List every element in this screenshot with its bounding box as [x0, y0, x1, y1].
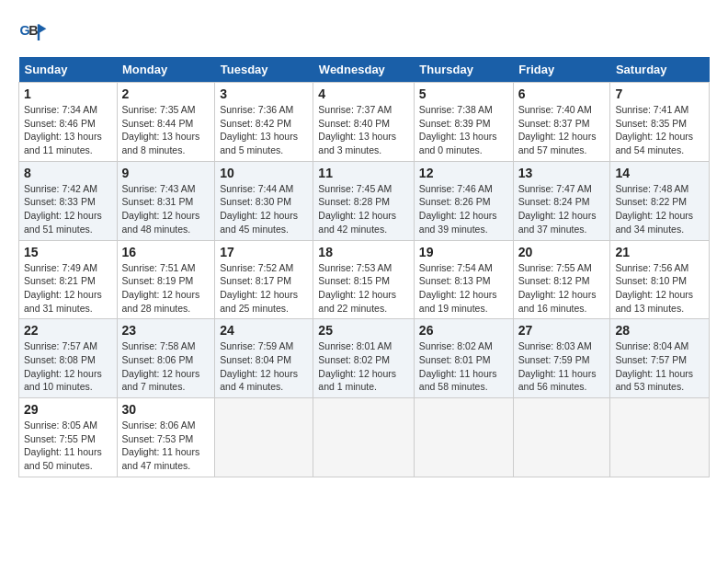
day-info: Sunrise: 7:59 AM Sunset: 8:04 PM Dayligh…	[220, 339, 308, 394]
calendar-cell	[513, 398, 610, 477]
logo: G B	[18, 18, 51, 48]
calendar-cell: 21 Sunrise: 7:56 AM Sunset: 8:10 PM Dayl…	[610, 240, 710, 319]
calendar-cell	[313, 398, 415, 477]
day-info: Sunrise: 7:40 AM Sunset: 8:37 PM Dayligh…	[518, 103, 606, 157]
calendar-cell: 9 Sunrise: 7:43 AM Sunset: 8:31 PM Dayli…	[117, 161, 215, 240]
day-info: Sunrise: 8:04 AM Sunset: 7:57 PM Dayligh…	[615, 339, 704, 394]
calendar-cell	[610, 398, 710, 477]
day-info: Sunrise: 7:51 AM Sunset: 8:19 PM Dayligh…	[122, 261, 210, 316]
day-number: 20	[518, 245, 606, 259]
day-info: Sunrise: 7:36 AM Sunset: 8:42 PM Dayligh…	[220, 103, 308, 157]
day-info: Sunrise: 7:55 AM Sunset: 8:12 PM Dayligh…	[518, 261, 606, 316]
calendar-cell: 2 Sunrise: 7:35 AM Sunset: 8:44 PM Dayli…	[117, 83, 215, 162]
day-number: 2	[122, 86, 210, 101]
day-info: Sunrise: 7:42 AM Sunset: 8:33 PM Dayligh…	[24, 182, 112, 236]
day-info: Sunrise: 7:38 AM Sunset: 8:39 PM Dayligh…	[419, 103, 508, 157]
day-number: 9	[122, 166, 210, 180]
day-number: 24	[220, 323, 308, 338]
calendar-cell: 14 Sunrise: 7:48 AM Sunset: 8:22 PM Dayl…	[610, 161, 710, 240]
day-number: 8	[24, 166, 112, 180]
svg-rect-3	[38, 24, 40, 40]
calendar-cell: 22 Sunrise: 7:57 AM Sunset: 8:08 PM Dayl…	[19, 319, 118, 398]
calendar-cell	[215, 398, 313, 477]
day-info: Sunrise: 7:41 AM Sunset: 8:35 PM Dayligh…	[615, 103, 704, 157]
calendar-cell: 10 Sunrise: 7:44 AM Sunset: 8:30 PM Dayl…	[215, 161, 313, 240]
week-row-5: 29 Sunrise: 8:05 AM Sunset: 7:55 PM Dayl…	[19, 398, 710, 477]
header-row: SundayMondayTuesdayWednesdayThursdayFrid…	[19, 57, 710, 83]
calendar-cell: 30 Sunrise: 8:06 AM Sunset: 7:53 PM Dayl…	[117, 398, 215, 477]
day-info: Sunrise: 7:53 AM Sunset: 8:15 PM Dayligh…	[318, 261, 409, 316]
calendar-cell: 11 Sunrise: 7:45 AM Sunset: 8:28 PM Dayl…	[313, 161, 415, 240]
header-tuesday: Tuesday	[215, 57, 313, 83]
day-info: Sunrise: 8:01 AM Sunset: 8:02 PM Dayligh…	[318, 339, 409, 394]
day-info: Sunrise: 8:02 AM Sunset: 8:01 PM Dayligh…	[419, 339, 508, 394]
calendar-cell: 17 Sunrise: 7:52 AM Sunset: 8:17 PM Dayl…	[215, 240, 313, 319]
logo-icon: G B	[18, 18, 48, 48]
day-number: 11	[318, 166, 409, 180]
calendar-cell: 1 Sunrise: 7:34 AM Sunset: 8:46 PM Dayli…	[19, 83, 118, 162]
calendar-cell: 19 Sunrise: 7:54 AM Sunset: 8:13 PM Dayl…	[414, 240, 513, 319]
calendar-cell: 3 Sunrise: 7:36 AM Sunset: 8:42 PM Dayli…	[215, 83, 313, 162]
day-info: Sunrise: 7:58 AM Sunset: 8:06 PM Dayligh…	[122, 339, 210, 394]
header-wednesday: Wednesday	[313, 57, 415, 83]
svg-text:B: B	[28, 23, 38, 38]
day-number: 13	[518, 166, 606, 180]
day-number: 5	[419, 86, 508, 101]
day-info: Sunrise: 7:35 AM Sunset: 8:44 PM Dayligh…	[122, 103, 210, 157]
day-info: Sunrise: 7:57 AM Sunset: 8:08 PM Dayligh…	[24, 339, 112, 394]
day-info: Sunrise: 7:34 AM Sunset: 8:46 PM Dayligh…	[24, 103, 112, 157]
calendar-cell: 16 Sunrise: 7:51 AM Sunset: 8:19 PM Dayl…	[117, 240, 215, 319]
calendar-cell: 23 Sunrise: 7:58 AM Sunset: 8:06 PM Dayl…	[117, 319, 215, 398]
day-info: Sunrise: 7:54 AM Sunset: 8:13 PM Dayligh…	[419, 261, 508, 316]
day-number: 12	[419, 166, 508, 180]
calendar-cell: 26 Sunrise: 8:02 AM Sunset: 8:01 PM Dayl…	[414, 319, 513, 398]
calendar-cell: 13 Sunrise: 7:47 AM Sunset: 8:24 PM Dayl…	[513, 161, 610, 240]
day-number: 19	[419, 245, 508, 259]
header-thursday: Thursday	[414, 57, 513, 83]
calendar-cell: 4 Sunrise: 7:37 AM Sunset: 8:40 PM Dayli…	[313, 83, 415, 162]
week-row-2: 8 Sunrise: 7:42 AM Sunset: 8:33 PM Dayli…	[19, 161, 710, 240]
day-info: Sunrise: 8:05 AM Sunset: 7:55 PM Dayligh…	[24, 419, 112, 473]
day-info: Sunrise: 7:52 AM Sunset: 8:17 PM Dayligh…	[220, 261, 308, 316]
calendar-cell: 6 Sunrise: 7:40 AM Sunset: 8:37 PM Dayli…	[513, 83, 610, 162]
calendar-cell: 20 Sunrise: 7:55 AM Sunset: 8:12 PM Dayl…	[513, 240, 610, 319]
calendar-cell: 24 Sunrise: 7:59 AM Sunset: 8:04 PM Dayl…	[215, 319, 313, 398]
day-number: 7	[615, 86, 704, 101]
day-number: 6	[518, 86, 606, 101]
day-info: Sunrise: 7:56 AM Sunset: 8:10 PM Dayligh…	[615, 261, 704, 316]
calendar-cell: 15 Sunrise: 7:49 AM Sunset: 8:21 PM Dayl…	[19, 240, 118, 319]
calendar-cell	[414, 398, 513, 477]
day-number: 4	[318, 86, 409, 101]
day-info: Sunrise: 7:47 AM Sunset: 8:24 PM Dayligh…	[518, 182, 606, 236]
header-friday: Friday	[513, 57, 610, 83]
calendar-cell: 29 Sunrise: 8:05 AM Sunset: 7:55 PM Dayl…	[19, 398, 118, 477]
calendar-cell: 7 Sunrise: 7:41 AM Sunset: 8:35 PM Dayli…	[610, 83, 710, 162]
week-row-1: 1 Sunrise: 7:34 AM Sunset: 8:46 PM Dayli…	[19, 83, 710, 162]
day-number: 14	[615, 166, 704, 180]
day-info: Sunrise: 7:48 AM Sunset: 8:22 PM Dayligh…	[615, 182, 704, 236]
day-number: 30	[122, 402, 210, 417]
day-info: Sunrise: 7:37 AM Sunset: 8:40 PM Dayligh…	[318, 103, 409, 157]
day-number: 3	[220, 86, 308, 101]
calendar-cell: 5 Sunrise: 7:38 AM Sunset: 8:39 PM Dayli…	[414, 83, 513, 162]
week-row-3: 15 Sunrise: 7:49 AM Sunset: 8:21 PM Dayl…	[19, 240, 710, 319]
day-number: 25	[318, 323, 409, 338]
header-monday: Monday	[117, 57, 215, 83]
day-number: 17	[220, 245, 308, 259]
svg-marker-2	[39, 24, 46, 33]
day-number: 26	[419, 323, 508, 338]
day-info: Sunrise: 7:46 AM Sunset: 8:26 PM Dayligh…	[419, 182, 508, 236]
day-info: Sunrise: 8:06 AM Sunset: 7:53 PM Dayligh…	[122, 419, 210, 473]
day-number: 29	[24, 402, 112, 417]
day-number: 27	[518, 323, 606, 338]
day-number: 22	[24, 323, 112, 338]
day-number: 16	[122, 245, 210, 259]
page-header: G B	[18, 18, 710, 48]
calendar-cell: 28 Sunrise: 8:04 AM Sunset: 7:57 PM Dayl…	[610, 319, 710, 398]
day-number: 21	[615, 245, 704, 259]
header-saturday: Saturday	[610, 57, 710, 83]
calendar-cell: 25 Sunrise: 8:01 AM Sunset: 8:02 PM Dayl…	[313, 319, 415, 398]
week-row-4: 22 Sunrise: 7:57 AM Sunset: 8:08 PM Dayl…	[19, 319, 710, 398]
day-number: 10	[220, 166, 308, 180]
day-number: 28	[615, 323, 704, 338]
